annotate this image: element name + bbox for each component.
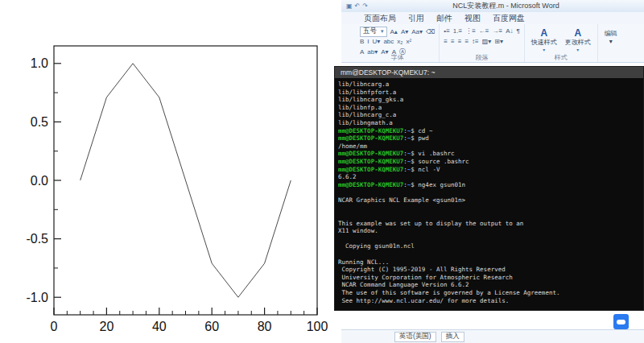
ribbon-tab-4[interactable]: 视图 — [464, 13, 481, 24]
align-right-icon[interactable]: ≡ — [458, 38, 462, 46]
ribbon-group-paragraph: •≡1.≡⋮≡←≡→≡A↓¶ ≡≡≡≡↕≡▨▾⊞▾ 段落 — [440, 24, 524, 62]
quick-styles-button[interactable]: A快速样式▾ — [529, 28, 559, 52]
status-insert-mode[interactable]: 插入 — [441, 332, 464, 342]
terminal-output-line: X11 window. — [338, 227, 643, 235]
baidu-netdisk-icon[interactable] — [613, 314, 629, 329]
paragraph-icons-row1: •≡1.≡⋮≡←≡→≡A↓¶ — [444, 27, 519, 36]
font-size-value: 五号 — [363, 27, 377, 36]
pilcrow-icon[interactable]: ¶ — [517, 27, 520, 35]
terminal-title: mm@DESKTOP-KQMEKU7: ~ — [341, 68, 435, 76]
prompt-user: mm@DESKTOP-KQMEKU7 — [338, 166, 403, 173]
chevron-down-icon: ▾ — [543, 47, 545, 52]
x-tick-label: 100 — [307, 320, 328, 333]
prompt-user: mm@DESKTOP-KQMEKU7 — [338, 127, 403, 134]
paragraph-group-label: 段落 — [440, 53, 523, 62]
ribbon-group-editing: 编辑 ▾ — [598, 24, 624, 62]
status-language[interactable]: 英语(美国) — [394, 332, 436, 342]
terminal-output-line: NCAR Graphics NCL Example <gsun01n> — [338, 196, 643, 205]
terminal-output-line: The use of this software is governed by … — [338, 289, 643, 297]
justify-icon[interactable]: ≡ — [464, 38, 469, 46]
terminal-output-line: lib/libnfp.a — [338, 104, 643, 112]
terminal-output-line: This example was set up to display the o… — [338, 220, 643, 228]
style-button-label: 快速样式 — [531, 38, 557, 47]
save-icon[interactable]: ▣ — [346, 2, 353, 10]
editing-dropdown-button[interactable]: 编辑 ▾ — [602, 29, 620, 45]
multilevel-list-icon[interactable]: ⋮≡ — [465, 27, 476, 35]
terminal-prompt-line: mm@DESKTOP-KQMEKU7:~$ pwd — [338, 134, 643, 143]
quick-access-toolbar: ▣↶↷ — [346, 2, 368, 10]
prompt-command: $ source .bashrc — [411, 158, 469, 165]
subscript-icon[interactable]: x₂ — [397, 38, 402, 46]
borders-icon[interactable]: ⊞▾ — [494, 38, 503, 46]
prompt-command: $ ng4ex gsun01n — [411, 181, 465, 188]
ribbon-tab-1[interactable]: 页面布局 — [364, 13, 396, 24]
cloud-icon — [617, 320, 625, 324]
italic-icon[interactable]: I — [367, 38, 369, 46]
bullets-icon[interactable]: •≡ — [444, 27, 449, 35]
prompt-user: mm@DESKTOP-KQMEKU7 — [338, 150, 403, 157]
increase-indent-icon[interactable]: →≡ — [493, 27, 503, 35]
terminal-output-line: lib/libncarg.a — [338, 81, 643, 89]
font-icons-row1: A▴A▾Aa▾⌫ — [390, 27, 436, 37]
ribbon-tab-3[interactable]: 邮件 — [436, 13, 452, 24]
terminal-output[interactable]: lib/libncarg.alib/libnfpfort.alib/libnca… — [335, 78, 643, 304]
terminal-output-line: lib/libngmath.a — [338, 119, 643, 127]
ribbon-tab-5[interactable]: 百度网盘 — [493, 13, 525, 24]
word-titlebar[interactable]: ▣↶↷ NCL安装教程.m - Microsoft Word — [341, 0, 644, 13]
align-left-icon[interactable]: ≡ — [444, 38, 448, 46]
undo-icon[interactable]: ↶ — [355, 2, 361, 10]
terminal-prompt-line: mm@DESKTOP-KQMEKU7:~$ ng4ex gsun01n — [338, 181, 643, 189]
shading-icon[interactable]: ▨▾ — [482, 38, 492, 46]
prompt-user: mm@DESKTOP-KQMEKU7 — [338, 158, 403, 165]
x-tick-label: 0 — [51, 320, 58, 333]
font-size-dropdown[interactable]: 五号 ▾ — [360, 27, 387, 37]
shrink-font-icon[interactable]: A▾ — [401, 28, 408, 36]
terminal-output-line: See http://www.ncl.ucar.edu/ for more de… — [338, 297, 643, 305]
word-ribbon: 五号 ▾ A▴A▾Aa▾⌫ BIU▾abcx₂x² Aab▾A▾AⒶ 字体 •≡… — [341, 24, 644, 63]
word-window-title: NCL安装教程.m - Microsoft Word — [368, 1, 644, 11]
redo-icon[interactable]: ↷ — [362, 2, 368, 10]
prompt-command: $ cd ~ — [411, 127, 432, 134]
prompt-user: mm@DESKTOP-KQMEKU7 — [338, 134, 403, 142]
terminal-output-line: lib/libncarg_gks.a — [338, 96, 643, 104]
terminal-output-line — [338, 212, 643, 220]
word-statusbar: 英语(美国) 插入 — [341, 329, 644, 343]
change-case-icon[interactable]: Aa▾ — [411, 28, 423, 36]
terminal-output-line: 6.6.2 — [338, 173, 643, 181]
numbering-icon[interactable]: 1.≡ — [453, 27, 462, 35]
change-styles-button[interactable]: A更改样式▾ — [563, 28, 593, 52]
terminal-prompt-line: mm@DESKTOP-KQMEKU7:~$ cd ~ — [338, 127, 643, 135]
chevron-down-icon: ▾ — [576, 47, 579, 52]
terminal-output-line: lib/libnfpfort.a — [338, 89, 643, 97]
sort-icon[interactable]: A↓ — [506, 27, 513, 35]
terminal-window: mm@DESKTOP-KQMEKU7: ~ lib/libncarg.alib/… — [334, 66, 644, 311]
paragraph-icons-row2: ≡≡≡≡↕≡▨▾⊞▾ — [444, 37, 519, 47]
styled-a-icon: A — [540, 28, 547, 38]
terminal-output-line: /home/mm — [338, 143, 643, 151]
ribbon-tab-2[interactable]: 引用 — [408, 13, 424, 24]
line-spacing-icon[interactable]: ↕≡ — [472, 38, 479, 46]
decrease-indent-icon[interactable]: ←≡ — [479, 27, 489, 35]
superscript-icon[interactable]: x² — [406, 38, 411, 46]
clear-formatting-icon[interactable]: ⌫ — [426, 28, 435, 36]
strikethrough-icon[interactable]: abc — [383, 38, 394, 46]
grow-font-icon[interactable]: A▴ — [390, 28, 398, 36]
ncl-plot-window: 020406080100-1.0-0.50.00.51.0 — [0, 0, 341, 343]
terminal-output-line: University Corporation for Atmospheric R… — [338, 274, 643, 282]
terminal-titlebar[interactable]: mm@DESKTOP-KQMEKU7: ~ — [335, 67, 643, 78]
font-group-label: 字体 — [356, 53, 439, 62]
terminal-output-line: Copying gsun01n.ncl — [338, 242, 643, 250]
terminal-output-line — [338, 188, 643, 196]
prompt-command: $ ncl -V — [411, 166, 440, 173]
align-center-icon[interactable]: ≡ — [451, 38, 455, 46]
bold-icon[interactable]: B — [360, 38, 364, 46]
y-tick-label: 0.0 — [31, 174, 48, 188]
terminal-output-line: Running NCL... — [338, 258, 643, 267]
prompt-command: $ vi .bashrc — [411, 150, 454, 157]
terminal-output-line — [338, 250, 643, 258]
underline-icon[interactable]: U▾ — [373, 38, 381, 46]
chevron-down-icon: ▾ — [609, 38, 613, 45]
styled-a-icon: A — [574, 28, 581, 38]
x-tick-label: 80 — [258, 320, 272, 333]
terminal-prompt-line: mm@DESKTOP-KQMEKU7:~$ ncl -V — [338, 166, 643, 174]
